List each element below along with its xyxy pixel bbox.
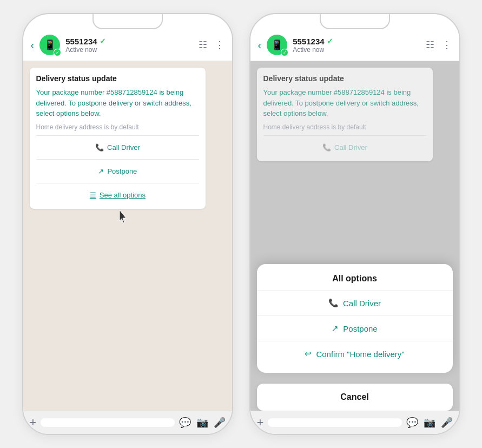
store-icon-right[interactable]: ☷ (426, 39, 434, 51)
contact-info-left: 5551234 ✓ Active now (65, 37, 193, 54)
more-icon-right[interactable]: ⋮ (442, 39, 452, 51)
whatsapp-icon-left: 📱 (44, 39, 56, 51)
verified-icon-left: ✓ (100, 37, 106, 45)
store-icon-left[interactable]: ☷ (199, 39, 207, 51)
verified-icon-right: ✓ (327, 37, 333, 45)
confirm-icon: ↩ (305, 349, 312, 359)
contact-status-left: Active now (65, 46, 193, 54)
call-driver-btn-left[interactable]: 📞 Call Driver (36, 140, 200, 155)
postpone-icon: ↗ (332, 324, 339, 333)
add-button-left[interactable]: + (30, 416, 37, 430)
phone-left-content: ‹ 📱 ✓ 5551234 ✓ Active now ☷ ⋮ (23, 29, 232, 434)
verified-badge-right: ✓ (281, 49, 288, 56)
contact-status-right: Active now (293, 46, 420, 54)
call-driver-icon: 📞 (328, 298, 339, 308)
list-icon-left: ☰ (90, 191, 96, 199)
avatar-left: 📱 ✓ (39, 35, 60, 55)
divider-2-left (36, 159, 200, 160)
options-panel: All options 📞 Call Driver ↗ Postpone ↩ C… (257, 264, 453, 373)
postpone-btn-left[interactable]: ↗ Postpone (36, 164, 200, 179)
verified-badge-left: ✓ (54, 49, 61, 56)
message-input-right[interactable] (268, 418, 401, 427)
more-icon-left[interactable]: ⋮ (215, 39, 225, 51)
chat-header-left: ‹ 📱 ✓ 5551234 ✓ Active now ☷ ⋮ (23, 29, 232, 61)
phone-right-content: ‹ 📱 ✓ 5551234 ✓ Active now ☷ ⋮ (250, 29, 459, 434)
whatsapp-icon-right: 📱 (271, 39, 283, 51)
chat-header-right: ‹ 📱 ✓ 5551234 ✓ Active now ☷ ⋮ (250, 29, 459, 61)
bubble-note-left: Home delivery address is by default (36, 123, 200, 131)
call-driver-option[interactable]: 📞 Call Driver (257, 290, 453, 315)
phones-container: ‹ 📱 ✓ 5551234 ✓ Active now ☷ ⋮ (22, 13, 460, 435)
cancel-button[interactable]: Cancel (257, 384, 453, 411)
mic-icon-left[interactable]: 🎤 (214, 417, 226, 429)
cursor-area (30, 209, 226, 236)
see-all-options-btn-left[interactable]: ☰ See all options (36, 188, 200, 202)
contact-info-right: 5551234 ✓ Active now (293, 37, 420, 54)
chat-area-right: Delivery status update Your package numb… (250, 61, 459, 411)
back-button-left[interactable]: ‹ (31, 39, 35, 51)
bubble-title-left: Delivery status update (36, 74, 200, 83)
options-title: All options (257, 264, 453, 290)
confirm-home-delivery-option[interactable]: ↩ Confirm "Home delivery" (257, 341, 453, 366)
postpone-option[interactable]: ↗ Postpone (257, 315, 453, 341)
input-icons-right: 💬 📷 🎤 (406, 417, 453, 429)
emoji-icon-left[interactable]: 💬 (179, 417, 191, 429)
divider-1-left (36, 135, 200, 136)
header-icons-right: ☷ ⋮ (426, 39, 452, 51)
chat-input-bar-right: + 💬 📷 🎤 (250, 411, 459, 434)
options-overlay: All options 📞 Call Driver ↗ Postpone ↩ C… (250, 61, 459, 411)
back-button-right[interactable]: ‹ (258, 39, 262, 51)
avatar-right: 📱 ✓ (267, 35, 287, 55)
bubble-body-left: Your package number #588712859124 is bei… (36, 87, 200, 119)
add-button-right[interactable]: + (257, 416, 264, 430)
header-icons-left: ☷ ⋮ (199, 39, 225, 51)
camera-icon-left[interactable]: 📷 (196, 417, 208, 429)
phone-notch (93, 14, 163, 29)
external-icon-left: ↗ (98, 167, 104, 175)
mic-icon-right[interactable]: 🎤 (441, 417, 453, 429)
phone-icon-left: 📞 (95, 143, 104, 151)
message-bubble-left: Delivery status update Your package numb… (30, 68, 206, 209)
contact-name-right: 5551234 ✓ (293, 37, 420, 46)
chat-input-bar-left: + 💬 📷 🎤 (23, 411, 232, 434)
input-icons-left: 💬 📷 🎤 (179, 417, 226, 429)
chat-area-left: Delivery status update Your package numb… (23, 61, 232, 411)
phone-left: ‹ 📱 ✓ 5551234 ✓ Active now ☷ ⋮ (22, 13, 233, 435)
phone-right: ‹ 📱 ✓ 5551234 ✓ Active now ☷ ⋮ (249, 13, 460, 435)
emoji-icon-right[interactable]: 💬 (406, 417, 418, 429)
contact-name-left: 5551234 ✓ (65, 37, 193, 46)
message-input-left[interactable] (41, 418, 174, 427)
phone-notch-right (320, 14, 390, 29)
cursor-icon (117, 209, 128, 225)
divider-3-left (36, 183, 200, 183)
camera-icon-right[interactable]: 📷 (424, 417, 435, 429)
